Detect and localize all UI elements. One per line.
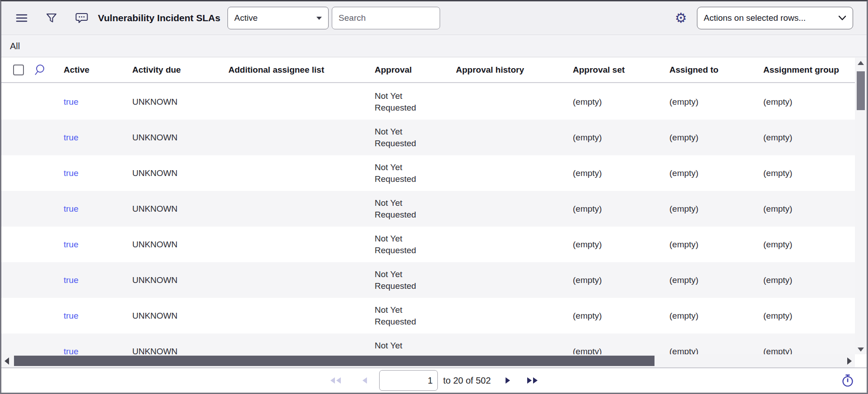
column-header-assignment-group[interactable]: Assignment group xyxy=(763,65,855,75)
scroll-right-button[interactable] xyxy=(844,354,855,367)
column-header-approval-set[interactable]: Approval set xyxy=(573,65,669,75)
column-header-additional-assignee-list[interactable]: Additional assignee list xyxy=(228,65,375,75)
cell-approval-set: (empty) xyxy=(573,311,669,321)
list-filter-dropdown[interactable]: Active xyxy=(227,7,329,29)
table-row: true UNKNOWN Not Yet Requested (empty) (… xyxy=(1,191,855,227)
arrow-up-icon xyxy=(858,61,864,65)
table-row: true UNKNOWN Not Yet Requested (empty) (… xyxy=(1,155,855,191)
cell-active[interactable]: true xyxy=(64,311,132,321)
chat-button[interactable] xyxy=(75,12,88,24)
cell-active[interactable]: true xyxy=(64,240,132,250)
column-header-row: Active Activity due Additional assignee … xyxy=(1,58,855,83)
arrow-right-icon xyxy=(847,357,852,365)
scroll-up-button[interactable] xyxy=(855,58,867,68)
column-header-activity-due[interactable]: Activity due xyxy=(132,65,228,75)
cell-approval: Not Yet Requested xyxy=(375,304,428,328)
table-row: true UNKNOWN Not Yet Requested (empty) (… xyxy=(1,334,855,354)
select-all-checkbox[interactable] xyxy=(13,65,24,75)
scroll-down-button[interactable] xyxy=(855,344,867,354)
cell-activity-due: UNKNOWN xyxy=(132,311,228,321)
search-input[interactable] xyxy=(332,7,440,29)
actions-dropdown-label: Actions on selected rows... xyxy=(704,13,806,23)
column-header-approval-history[interactable]: Approval history xyxy=(456,65,573,75)
first-page-icon xyxy=(330,377,342,384)
column-search-button[interactable] xyxy=(33,63,46,77)
table-row: true UNKNOWN Not Yet Requested (empty) (… xyxy=(1,262,855,298)
cell-active[interactable]: true xyxy=(64,347,132,355)
previous-page-icon xyxy=(362,377,367,384)
cell-assignment-group: (empty) xyxy=(763,311,855,321)
select-all-cell xyxy=(1,65,29,75)
cell-active[interactable]: true xyxy=(64,204,132,214)
table-row: true UNKNOWN Not Yet Requested (empty) (… xyxy=(1,298,855,334)
cell-approval: Not Yet Requested xyxy=(375,162,428,185)
cell-approval: Not Yet Requested xyxy=(375,90,428,114)
cell-assignment-group: (empty) xyxy=(763,347,855,355)
cell-active[interactable]: true xyxy=(64,275,132,285)
column-header-assigned-to[interactable]: Assigned to xyxy=(669,65,763,75)
cell-assignment-group: (empty) xyxy=(763,204,855,214)
cell-approval: Not Yet Requested xyxy=(375,233,428,256)
cell-approval: Not Yet Requested xyxy=(375,269,428,292)
cell-assignment-group: (empty) xyxy=(763,168,855,178)
cell-approval-set: (empty) xyxy=(573,168,669,178)
last-page-button[interactable] xyxy=(526,377,538,384)
filter-funnel-icon xyxy=(46,13,57,23)
arrow-left-icon xyxy=(5,357,9,365)
next-page-icon xyxy=(505,377,511,384)
scroll-left-button[interactable] xyxy=(1,354,12,367)
settings-button[interactable]: ⚙︎ xyxy=(675,11,687,25)
cell-assignment-group: (empty) xyxy=(763,275,855,285)
actions-dropdown[interactable]: Actions on selected rows... xyxy=(697,7,853,29)
app-window: Vulnerability Incident SLAs Active ⚙︎ Ac… xyxy=(0,0,868,394)
search-icon xyxy=(33,63,46,77)
horizontal-scrollbar-thumb[interactable] xyxy=(14,356,654,366)
cell-assigned-to: (empty) xyxy=(669,168,763,178)
table-body: true UNKNOWN Not Yet Requested (empty) (… xyxy=(1,84,855,354)
gear-icon: ⚙︎ xyxy=(675,11,687,25)
page-title: Vulnerability Incident SLAs xyxy=(98,13,220,23)
table-row: true UNKNOWN Not Yet Requested (empty) (… xyxy=(1,227,855,262)
cell-assigned-to: (empty) xyxy=(669,204,763,214)
pagination-range-text: to 20 of 502 xyxy=(443,375,491,386)
breadcrumb-all[interactable]: All xyxy=(10,41,20,51)
caret-down-icon xyxy=(316,17,322,20)
pager-controls: to 20 of 502 xyxy=(330,370,538,391)
cell-approval-set: (empty) xyxy=(573,347,669,355)
cell-activity-due: UNKNOWN xyxy=(132,204,228,214)
cell-assignment-group: (empty) xyxy=(763,133,855,143)
cell-assignment-group: (empty) xyxy=(763,97,855,107)
cell-active[interactable]: true xyxy=(64,168,132,178)
previous-page-button[interactable] xyxy=(362,377,367,384)
menu-button[interactable] xyxy=(16,13,28,23)
cell-approval-set: (empty) xyxy=(573,240,669,250)
cell-assigned-to: (empty) xyxy=(669,275,763,285)
cell-assigned-to: (empty) xyxy=(669,311,763,321)
horizontal-scrollbar[interactable] xyxy=(1,354,855,367)
cell-activity-due: UNKNOWN xyxy=(132,97,228,107)
page-number-input[interactable] xyxy=(379,370,438,391)
column-header-approval[interactable]: Approval xyxy=(375,65,456,75)
next-page-button[interactable] xyxy=(505,377,511,384)
filter-button[interactable] xyxy=(46,13,57,23)
table-row: true UNKNOWN Not Yet Requested (empty) (… xyxy=(1,84,855,120)
first-page-button[interactable] xyxy=(330,377,342,384)
cell-active[interactable]: true xyxy=(64,133,132,143)
cell-assigned-to: (empty) xyxy=(669,240,763,250)
cell-activity-due: UNKNOWN xyxy=(132,275,228,285)
cell-approval-set: (empty) xyxy=(573,204,669,214)
vertical-scrollbar-thumb[interactable] xyxy=(857,71,865,110)
vertical-scrollbar[interactable] xyxy=(855,58,867,354)
last-page-icon xyxy=(526,377,538,384)
column-header-active[interactable]: Active xyxy=(64,65,132,75)
cell-active[interactable]: true xyxy=(64,97,132,107)
cell-approval: Not Yet Requested xyxy=(375,340,428,355)
table-row: true UNKNOWN Not Yet Requested (empty) (… xyxy=(1,120,855,155)
cell-activity-due: UNKNOWN xyxy=(132,133,228,143)
arrow-down-icon xyxy=(858,348,864,352)
toolbar: Vulnerability Incident SLAs Active ⚙︎ Ac… xyxy=(1,1,867,35)
response-time-button[interactable] xyxy=(840,373,855,388)
cell-activity-due: UNKNOWN xyxy=(132,168,228,178)
chevron-down-icon xyxy=(838,15,846,21)
pagination-bar: to 20 of 502 xyxy=(1,367,867,393)
